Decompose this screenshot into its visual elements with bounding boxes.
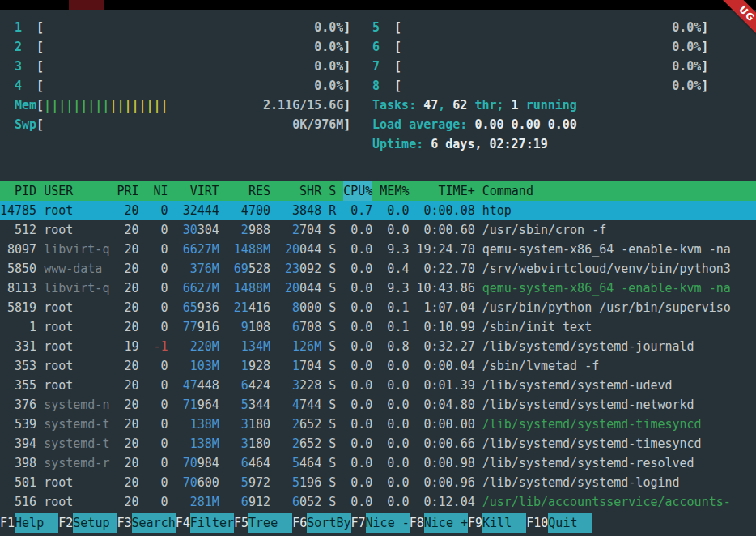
column-header-time[interactable]: TIME+ [416,181,474,201]
user-cell: root [44,337,109,356]
pid-cell: 5850 [0,259,36,279]
virt-cell: 6627M [176,279,219,298]
cpu-percent-cell: 0.0 [343,240,372,259]
cpu-percent-cell: 0.0 [343,259,372,279]
nice-cell: 0 [147,279,168,298]
cpu-percent-cell: 0.7 [343,201,372,220]
nice-cell: -1 [147,337,168,356]
pid-cell: 8097 [0,240,36,259]
process-row[interactable]: 516root200281M69126052S0.00.00:12.04/usr… [0,492,756,512]
state-cell: S [329,240,336,259]
time-cell: 0:10.99 [416,317,474,337]
column-header-virt[interactable]: VIRT [176,181,219,201]
res-cell: 3180 [227,415,270,434]
cpu-percent-cell: 0.0 [343,492,372,512]
fkey-setup[interactable]: F2Setup [58,513,117,533]
fkey-sortby[interactable]: F6SortBy [292,513,350,533]
running-label: running [519,98,577,113]
fkey-quit[interactable]: F10Quit [526,513,592,533]
res-cell: 5344 [227,395,270,415]
htop-terminal: 1[0.0%] 5[0.0%] 2[0.0%] 6[0.0%] 3[0.0%] … [0,10,756,513]
priority-cell: 20 [117,415,138,434]
process-row[interactable]: 376systemd-n2007196453444744S0.00.00:04.… [0,395,756,415]
process-row[interactable]: 355root2004744864243228S0.00.00:01.39/li… [0,376,756,395]
fkey-tree[interactable]: F5Tree [234,513,292,533]
meter-value: 0.0% [672,37,701,57]
meter-bracket: ] [343,96,350,115]
virt-cell: 77916 [176,317,219,337]
shr-cell: 23092 [278,259,321,279]
column-header-user[interactable]: USER [44,181,109,201]
process-row[interactable]: 5850www-data200376M6952823092S0.00.40:22… [0,259,756,279]
process-row[interactable]: 8097libvirt-q2006627M1488M20044S0.09.319… [0,240,756,259]
meter-bracket: ] [343,76,350,96]
column-header-cpu[interactable]: CPU% [343,181,372,201]
cpu-percent-cell: 0.0 [343,317,372,337]
meter-value: 0.0% [672,18,701,37]
process-row[interactable]: 8113libvirt-q2006627M1488M20044S0.09.310… [0,279,756,298]
virt-cell: 138M [176,415,219,434]
fkey-nice-[interactable]: F8Nice + [410,513,468,533]
meter-value: 0K/976M [292,115,343,134]
column-header-ni[interactable]: NI [147,181,168,201]
column-header-command[interactable]: Command [482,181,756,201]
state-cell: S [329,356,336,376]
nice-cell: 0 [147,240,168,259]
meter-value: 0.0% [314,18,343,37]
cpu-percent-cell: 0.0 [343,415,372,434]
column-header-pid[interactable]: PID [0,181,36,201]
meter-bar: |||||||||||||||||2.11G/15.6G [44,96,343,115]
command-cell: qemu-system-x86_64 -enable-kvm -na [482,279,756,298]
fkey-kill[interactable]: F9Kill [468,513,526,533]
fkey-help[interactable]: F1Help [0,513,58,533]
column-header-res[interactable]: RES [227,181,270,201]
fkey-search[interactable]: F3Search [117,513,176,533]
priority-cell: 20 [117,240,138,259]
fkey-filter[interactable]: F4Filter [176,513,234,533]
fkey-label: Filter [190,513,234,533]
meter-bracket: [ [36,115,44,134]
process-row[interactable]: 331root19-1220M134M126MS0.00.80:32.27/li… [0,337,756,356]
meter-bracket: [ [36,96,44,115]
time-cell: 0:00.04 [416,356,474,376]
res-cell: 9108 [227,317,270,337]
load-average-values: 0.00 0.00 0.00 [474,117,576,132]
priority-cell: 20 [117,473,138,492]
time-cell: 0:00.98 [416,453,474,473]
column-header-s[interactable]: S [329,181,336,201]
process-row[interactable]: 1root2007791691086708S0.00.10:10.99/sbin… [0,317,756,337]
uptime-label: Uptime: [372,137,431,151]
nice-cell: 0 [147,298,168,317]
process-row[interactable]: 512root2003030429882704S0.00.00:00.60/us… [0,220,756,240]
process-row[interactable]: 353root200103M19281704S0.00.00:00.04/sbi… [0,356,756,376]
res-cell: 5972 [227,473,270,492]
column-header-mem[interactable]: MEM% [380,181,409,201]
process-row[interactable]: 398systemd-r2007098464645464S0.00.00:00.… [0,453,756,473]
fkey-nice-[interactable]: F7Nice - [351,513,410,533]
process-row[interactable]: 394systemd-t200138M31802652S0.00.00:00.6… [0,434,756,453]
cpu-percent-cell: 0.0 [343,337,372,356]
priority-cell: 20 [117,395,138,415]
command-cell: /usr/bin/python /usr/bin/superviso [482,298,756,317]
time-cell: 0:00.00 [416,415,474,434]
uptime-line: Uptime: 6 days, 02:27:19 [372,134,756,154]
shr-cell: 2652 [278,434,321,453]
priority-cell: 20 [117,434,138,453]
shr-cell: 1704 [278,356,321,376]
process-row[interactable]: 539systemd-t200138M31802652S0.00.00:00.0… [0,415,756,434]
state-cell: S [329,473,336,492]
process-row[interactable]: 501root2007060059725196S0.00.00:00.96/li… [0,473,756,492]
nice-cell: 0 [147,434,168,453]
shr-cell: 2704 [278,220,321,240]
priority-cell: 20 [117,201,138,220]
cpu-percent-cell: 0.0 [343,220,372,240]
meter-value: 0.0% [672,57,701,76]
fkey-label: SortBy [307,513,350,533]
column-header-shr[interactable]: SHR [278,181,321,201]
process-row[interactable]: 5819root20065936214168000S0.00.11:07.04/… [0,298,756,317]
pid-cell: 353 [0,356,36,376]
mem-percent-cell: 0.0 [380,415,409,434]
process-row[interactable]: 14785root2003244447003848R0.70.00:00.08h… [0,201,756,220]
pid-cell: 1 [0,317,36,337]
column-header-pri[interactable]: PRI [117,181,138,201]
